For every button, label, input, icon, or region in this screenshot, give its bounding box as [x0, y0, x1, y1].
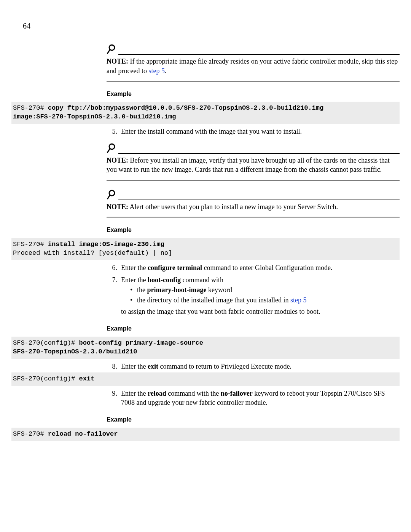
bullet-prefix: the directory of the installed image tha…	[137, 296, 290, 304]
note-text: NOTE: Alert other users that you plan to…	[107, 202, 400, 211]
bullet-item: • the directory of the installed image t…	[121, 296, 400, 305]
step-number: 6.	[107, 263, 117, 272]
note-text: NOTE: Before you install an image, verif…	[107, 156, 400, 174]
code-prompt: SFS-270#	[13, 430, 48, 438]
bullet-dot: •	[130, 296, 137, 305]
code-command: image:SFS-270-TopspinOS-2.3.0-build210.i…	[13, 113, 176, 120]
text-suffix: command to enter Global Configuration mo…	[202, 264, 332, 272]
code-block-exit: SFS-270(config)# exit	[11, 372, 400, 386]
text-bold: configure terminal	[148, 264, 202, 272]
note-block-2: NOTE: Before you install an image, verif…	[107, 141, 400, 181]
text-mid: command with the	[166, 390, 221, 397]
text-bold: exit	[148, 363, 158, 370]
step5-link[interactable]: step 5	[290, 296, 307, 304]
step-text: Enter the boot-config command with • the…	[121, 275, 400, 316]
note-text: NOTE: If the appropriate image file alre…	[107, 57, 400, 75]
bullet-suffix: keyword	[206, 286, 232, 294]
bullet-bold: primary-boot-image	[147, 286, 207, 294]
page-number: 64	[23, 21, 30, 31]
svg-point-4	[109, 190, 115, 196]
note-label: NOTE:	[107, 58, 128, 65]
horizontal-rule	[118, 200, 400, 200]
magnifier-icon	[107, 44, 117, 57]
note-block-1: NOTE: If the appropriate image file alre…	[107, 42, 400, 81]
bullet-prefix: the	[137, 286, 147, 294]
step-5: 5. Enter the install command with the im…	[107, 127, 400, 136]
text-suffix: command with	[181, 276, 223, 284]
text-prefix: Enter the	[121, 363, 148, 370]
page: 64 NOTE: If the appropriate image file a…	[0, 0, 411, 532]
step-8: 8. Enter the exit command to return to P…	[107, 362, 400, 371]
code-prompt: SFS-270(config)#	[13, 375, 79, 382]
note-label: NOTE:	[107, 203, 128, 211]
svg-line-1	[107, 50, 110, 54]
step-text: Enter the exit command to return to Priv…	[121, 362, 400, 371]
example-label: Example	[107, 226, 400, 234]
horizontal-rule	[118, 54, 400, 55]
step5-link[interactable]: step 5	[148, 67, 165, 75]
bullet-dot: •	[130, 285, 137, 294]
horizontal-rule	[107, 81, 400, 81]
bullet-text: the directory of the installed image tha…	[137, 296, 400, 305]
note-rule	[107, 42, 400, 55]
text-bold: boot-config	[148, 276, 181, 284]
svg-line-3	[107, 149, 110, 153]
horizontal-rule	[107, 180, 400, 181]
code-command: reload no-failover	[48, 430, 118, 438]
code-command: copy ftp://bob:mypassword@10.0.0.5/SFS-2…	[48, 104, 323, 112]
code-block-install: SFS-270# install image:OS-image-230.img …	[11, 238, 400, 260]
code-prompt: SFS-270#	[13, 104, 48, 112]
note-block-3: NOTE: Alert other users that you plan to…	[107, 187, 400, 218]
code-block-reload: SFS-270# reload no-failover	[11, 428, 400, 441]
step-number: 8.	[107, 362, 117, 371]
step-9: 9. Enter the reload command with the no-…	[107, 389, 400, 407]
example-label: Example	[107, 324, 400, 333]
svg-point-2	[109, 144, 115, 149]
step-text: Enter the reload command with the no-fai…	[121, 389, 400, 407]
code-command: exit	[79, 375, 94, 382]
horizontal-rule	[118, 153, 400, 154]
code-prompt: SFS-270#	[13, 241, 48, 248]
note-rule	[107, 187, 400, 200]
text-bold: reload	[148, 390, 166, 397]
example-label: Example	[107, 415, 400, 424]
step-7: 7. Enter the boot-config command with • …	[107, 275, 400, 316]
step-text: Enter the configure terminal command to …	[121, 263, 400, 272]
text-suffix: command to return to Privileged Execute …	[158, 363, 292, 370]
code-command: boot-config primary-image-source	[79, 339, 203, 347]
code-block-boot-config: SFS-270(config)# boot-config primary-ima…	[11, 337, 400, 359]
step-number: 9.	[107, 389, 117, 407]
note-label: NOTE:	[107, 157, 128, 164]
text-prefix: Enter the	[121, 390, 148, 397]
horizontal-rule	[107, 217, 400, 217]
note-body: Before you install an image, verify that…	[107, 157, 390, 173]
example-label: Example	[107, 90, 400, 98]
text-prefix: Enter the	[121, 264, 148, 272]
step-continuation: to assign the image that you want both f…	[121, 307, 400, 316]
code-block-copy: SFS-270# copy ftp://bob:mypassword@10.0.…	[11, 102, 400, 124]
step-number: 7.	[107, 275, 117, 316]
step-6: 6. Enter the configure terminal command …	[107, 263, 400, 272]
svg-line-5	[107, 195, 110, 199]
step-text: Enter the install command with the image…	[121, 127, 400, 136]
step-number: 5.	[107, 127, 117, 136]
magnifier-icon	[107, 189, 117, 202]
code-command: SFS-270-TopspinOS-2.3.0/build210	[13, 348, 137, 355]
bullet-list: • the primary-boot-image keyword • the d…	[121, 285, 400, 305]
code-command: install image:OS-image-230.img	[48, 241, 164, 248]
note-rule	[107, 141, 400, 154]
bullet-item: • the primary-boot-image keyword	[121, 285, 400, 294]
content-column: NOTE: If the appropriate image file alre…	[107, 42, 400, 441]
code-prompt: SFS-270(config)#	[13, 339, 79, 347]
text-prefix: Enter the	[121, 276, 148, 284]
note-body: Alert other users that you plan to insta…	[128, 203, 338, 211]
bullet-text: the primary-boot-image keyword	[137, 285, 400, 294]
magnifier-icon	[107, 143, 117, 156]
text-bold: no-failover	[221, 390, 253, 397]
note-body-post: .	[165, 67, 167, 75]
code-output: Proceed with install? [yes(default) | no…	[13, 249, 172, 257]
svg-point-0	[109, 45, 115, 50]
